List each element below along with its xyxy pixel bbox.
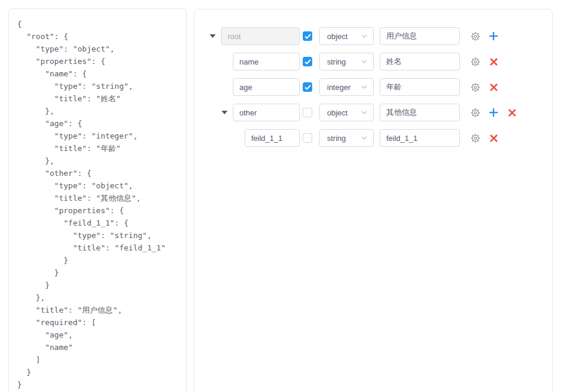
chevron-down-icon (361, 34, 367, 38)
schema-editor-panel: object (194, 9, 553, 392)
field-title-input[interactable] (380, 78, 460, 96)
remove-field-icon[interactable] (488, 82, 499, 92)
field-name-input[interactable] (233, 53, 300, 70)
json-preview-panel: { "root": { "type": "object", "propertie… (8, 8, 187, 392)
required-checkbox[interactable] (303, 82, 312, 92)
field-title-input[interactable] (380, 129, 460, 147)
required-checkbox[interactable] (303, 31, 312, 41)
check-icon (305, 34, 311, 39)
required-checkbox[interactable] (303, 133, 312, 143)
row-actions (470, 56, 499, 67)
check-icon (305, 59, 311, 65)
settings-gear-icon[interactable] (470, 133, 480, 143)
schema-row-age: integer (194, 78, 552, 96)
settings-gear-icon[interactable] (470, 82, 480, 92)
field-name-input[interactable] (245, 129, 300, 147)
tree-cell (194, 78, 300, 96)
remove-field-icon[interactable] (488, 56, 499, 67)
remove-field-icon[interactable] (507, 107, 517, 118)
field-title-input[interactable] (380, 104, 460, 121)
row-actions (470, 31, 499, 41)
check-icon (305, 85, 311, 90)
row-actions (470, 107, 517, 118)
schema-row-root: object (194, 27, 552, 45)
remove-field-icon[interactable] (488, 133, 499, 143)
add-child-icon[interactable] (488, 31, 499, 41)
type-select-value: string (327, 134, 361, 143)
json-code: { "root": { "type": "object", "propertie… (9, 9, 186, 391)
type-select[interactable]: integer (319, 78, 374, 96)
type-select[interactable]: string (319, 53, 374, 70)
type-select[interactable]: object (319, 104, 374, 121)
required-checkbox[interactable] (303, 57, 312, 66)
row-actions (470, 82, 499, 92)
type-select-value: integer (327, 83, 361, 92)
field-name-input[interactable] (233, 104, 300, 121)
schema-row-feild-1-1: string (194, 129, 552, 147)
chevron-down-icon (361, 85, 367, 89)
settings-gear-icon[interactable] (470, 31, 480, 41)
caret-down-icon[interactable] (210, 34, 216, 38)
row-actions (470, 133, 499, 143)
field-title-input[interactable] (380, 27, 460, 45)
type-select-value: object (327, 32, 361, 41)
field-name-input[interactable] (233, 78, 300, 96)
type-select-value: string (327, 57, 361, 66)
tree-cell (194, 27, 300, 45)
chevron-down-icon (361, 111, 367, 114)
field-name-input[interactable] (221, 27, 300, 45)
tree-cell (194, 53, 300, 70)
settings-gear-icon[interactable] (470, 56, 480, 67)
chevron-down-icon (361, 60, 367, 63)
tree-cell (194, 129, 300, 147)
schema-row-name: string (194, 53, 552, 70)
field-title-input[interactable] (380, 53, 460, 70)
tree-cell (194, 104, 300, 121)
type-select[interactable]: string (319, 129, 374, 147)
settings-gear-icon[interactable] (470, 107, 480, 118)
add-child-icon[interactable] (488, 107, 499, 118)
type-select-value: object (327, 108, 361, 117)
type-select[interactable]: object (319, 27, 374, 45)
chevron-down-icon (361, 136, 367, 140)
caret-down-icon[interactable] (222, 111, 227, 114)
schema-row-other: object (194, 104, 552, 121)
required-checkbox[interactable] (303, 108, 312, 117)
